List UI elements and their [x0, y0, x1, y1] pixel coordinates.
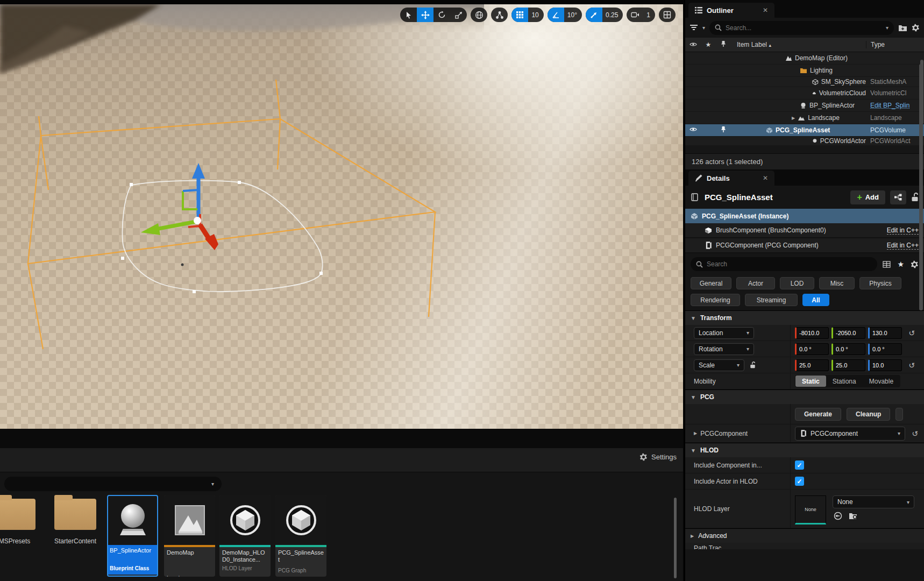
tree-row-volumetriccloud[interactable]: VolumetricCloud VolumetricCl: [685, 87, 924, 100]
expand-arrow-icon[interactable]: ▶: [694, 431, 697, 436]
folder-mspresets[interactable]: MSPresets: [0, 499, 37, 545]
include-component-checkbox[interactable]: ✓: [795, 460, 804, 470]
display-grid-icon[interactable]: [883, 261, 891, 268]
tree-row-lighting[interactable]: Lighting: [685, 65, 924, 77]
rotation-dropdown[interactable]: Rotation▾: [694, 343, 754, 355]
scale-tool-button[interactable]: [450, 8, 467, 22]
filter-chevron-icon[interactable]: ▾: [702, 25, 705, 31]
lock-open-icon[interactable]: [911, 193, 919, 202]
details-scrollbar[interactable]: [919, 64, 923, 310]
scale-snap-value[interactable]: 0.25: [602, 8, 623, 22]
edit-in-cpp-link[interactable]: Edit in C++: [887, 242, 919, 250]
scale-x-field[interactable]: 25.0: [795, 359, 829, 371]
asset-tile-demomap[interactable]: DemoMap Level: [164, 495, 215, 577]
tree-row-pcg-splineasset[interactable]: PCG_SplineAsset PCGVolume: [685, 124, 924, 137]
details-search-input[interactable]: Search: [691, 257, 877, 271]
blueprint-hierarchy-button[interactable]: [890, 190, 906, 204]
section-transform[interactable]: ▼Transform: [685, 310, 924, 325]
scale-y-field[interactable]: 25.0: [831, 359, 865, 371]
reset-location-icon[interactable]: ↺: [905, 329, 919, 337]
section-hlod[interactable]: ▼HLOD: [685, 443, 924, 457]
scale-snap-button[interactable]: [586, 8, 602, 22]
asset-tile-demomap-hlod[interactable]: DemoMap_HLOD0_Instance... HLOD Layer: [219, 495, 271, 577]
select-tool-button[interactable]: [400, 8, 417, 22]
scale-dropdown[interactable]: Scale▾: [694, 359, 744, 371]
rotation-y-field[interactable]: 0.0 °: [831, 343, 865, 355]
chip-lod[interactable]: LOD: [780, 277, 814, 289]
grid-snap-button[interactable]: [511, 8, 528, 22]
content-settings-button[interactable]: Settings: [639, 453, 677, 461]
grid-snap-value[interactable]: 10: [528, 8, 543, 22]
content-scrollbar[interactable]: [674, 498, 677, 578]
folder-startercontent[interactable]: StarterContent: [53, 499, 97, 545]
mobility-static[interactable]: Static: [795, 375, 826, 387]
rotation-z-field[interactable]: 0.0 °: [868, 343, 902, 355]
chip-streaming[interactable]: Streaming: [745, 294, 798, 306]
asset-tile-bp-splineactor[interactable]: BP_SplineActor Blueprint Class: [107, 495, 158, 577]
pcgcomponent-dropdown[interactable]: PCGComponent ▾: [795, 427, 905, 441]
include-actor-checkbox[interactable]: ✓: [795, 477, 804, 486]
move-tool-button[interactable]: [417, 8, 433, 22]
scale-z-field[interactable]: 10.0: [868, 359, 902, 371]
coordinate-space-button[interactable]: [471, 8, 487, 22]
filter-icon[interactable]: [690, 24, 698, 31]
outliner-search-input[interactable]: Search... ▾: [709, 21, 894, 35]
use-selected-asset-icon[interactable]: [834, 512, 842, 520]
location-x-field[interactable]: -8010.0: [795, 327, 829, 339]
chip-all[interactable]: All: [802, 294, 829, 306]
favorites-star-icon[interactable]: ★: [897, 260, 904, 268]
hlod-layer-dropdown[interactable]: None▾: [833, 495, 914, 508]
reset-scale-icon[interactable]: ↺: [905, 361, 919, 370]
location-y-field[interactable]: -2050.0: [831, 327, 865, 339]
rotate-tool-button[interactable]: [433, 8, 450, 22]
section-pcg[interactable]: ▼PCG: [685, 389, 924, 404]
section-advanced[interactable]: ▶Advanced: [685, 528, 924, 543]
expand-arrow-icon[interactable]: ▶: [792, 116, 795, 121]
add-component-button[interactable]: + Add: [850, 190, 885, 204]
tree-row-skysphere[interactable]: SM_SkySphere StaticMeshA: [685, 77, 924, 87]
component-row-pcg[interactable]: PCGComponent (PCG Component) Edit in C++: [685, 238, 924, 253]
chevron-down-icon[interactable]: ▾: [886, 25, 889, 31]
tree-row-bp-splineactor[interactable]: BP_SplineActor Edit BP_Splin: [685, 100, 924, 112]
cleanup-button[interactable]: Cleanup: [847, 408, 890, 421]
tab-details[interactable]: Details ✕: [688, 171, 774, 186]
column-item-label[interactable]: Item Label ▴: [731, 41, 866, 48]
location-dropdown[interactable]: Location▾: [694, 327, 754, 339]
details-settings-gear-icon[interactable]: [911, 260, 919, 268]
tab-outliner[interactable]: Outliner ✕: [688, 3, 774, 18]
browse-to-asset-icon[interactable]: [849, 512, 858, 520]
outliner-settings-gear-icon[interactable]: [912, 24, 920, 32]
hlod-layer-thumbnail[interactable]: None: [795, 495, 826, 525]
location-z-field[interactable]: 130.0: [868, 327, 902, 339]
camera-speed-button[interactable]: [627, 8, 643, 22]
rotation-snap-value[interactable]: 10°: [564, 8, 582, 22]
chip-physics[interactable]: Physics: [859, 277, 901, 289]
reset-pcgcomponent-icon[interactable]: ↺: [908, 429, 922, 438]
camera-speed-value[interactable]: 1: [643, 8, 655, 22]
chip-general[interactable]: General: [691, 277, 731, 289]
scale-lock-open-icon[interactable]: [750, 362, 756, 369]
tree-row-landscape[interactable]: ▶ Landscape Landscape: [685, 112, 924, 124]
star-column-icon[interactable]: ★: [701, 41, 715, 48]
asset-tile-pcg-spline-asset[interactable]: PCG_SplineAsset PCG Graph: [275, 495, 326, 577]
tree-row-demomap[interactable]: DemoMap (Editor): [685, 52, 924, 65]
maximize-viewport-button[interactable]: [659, 8, 676, 22]
surface-snapping-button[interactable]: [491, 8, 508, 22]
edit-blueprint-link[interactable]: Edit BP_Splin: [870, 102, 909, 109]
component-row-brush[interactable]: BrushComponent (BrushComponent0) Edit in…: [685, 223, 924, 238]
column-type[interactable]: Type: [866, 41, 924, 48]
partial-button[interactable]: [895, 408, 903, 421]
chip-actor[interactable]: Actor: [736, 277, 775, 289]
edit-in-cpp-link[interactable]: Edit in C++: [887, 226, 919, 235]
rotation-snap-button[interactable]: [548, 8, 564, 22]
mobility-movable[interactable]: Movable: [863, 375, 900, 387]
mobility-stationary[interactable]: Stationa: [826, 375, 863, 387]
generate-button[interactable]: Generate: [795, 408, 841, 421]
tree-row-pcgworldactor[interactable]: PCGWorldActor PCGWorldAct: [685, 137, 924, 146]
viewport-3d[interactable]: 10 10° 0.25 1: [0, 4, 683, 429]
chip-rendering[interactable]: Rendering: [691, 294, 740, 306]
new-folder-icon[interactable]: [898, 24, 907, 32]
close-icon[interactable]: ✕: [763, 6, 768, 14]
component-row-instance[interactable]: PCG_SplineAsset (Instance): [685, 209, 924, 223]
content-filter-dropdown[interactable]: ▾: [4, 477, 222, 491]
